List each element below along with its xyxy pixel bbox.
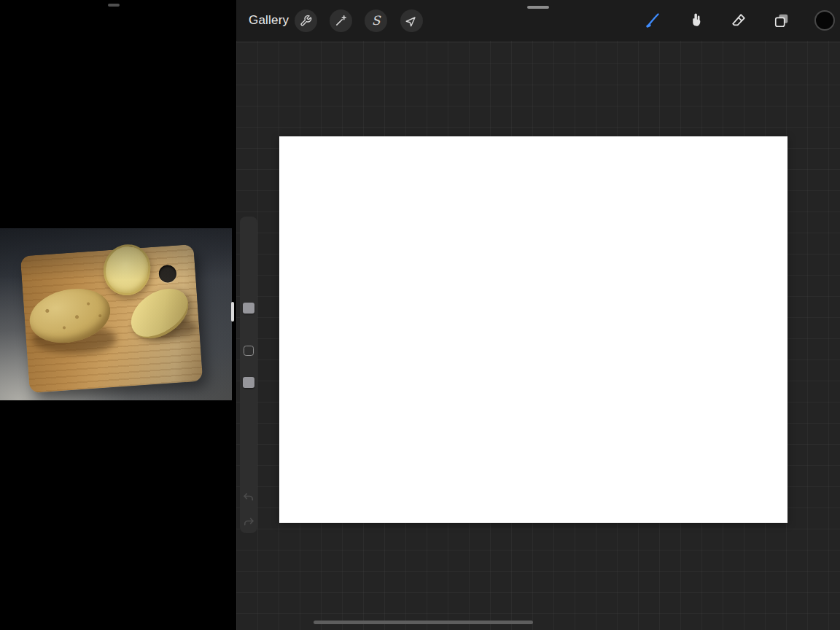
- actions-button[interactable]: [295, 9, 317, 32]
- erase-tool-button[interactable]: [728, 9, 750, 31]
- redo-icon[interactable]: [242, 516, 255, 529]
- screen: Gallery S: [0, 0, 840, 630]
- home-indicator[interactable]: [314, 621, 533, 624]
- selection-s-icon: S: [372, 15, 381, 27]
- adjustments-button[interactable]: [330, 9, 352, 32]
- gallery-button[interactable]: Gallery: [249, 13, 289, 28]
- selection-button[interactable]: S: [365, 9, 387, 32]
- brush-icon: [644, 12, 661, 29]
- magic-wand-icon: [335, 15, 347, 27]
- brush-size-slider-handle[interactable]: [243, 303, 254, 314]
- transform-button[interactable]: [400, 9, 423, 32]
- photo-lighting-overlay: [0, 228, 232, 400]
- layers-button[interactable]: [771, 9, 793, 31]
- eraser-icon: [731, 12, 747, 28]
- topbar: Gallery S: [236, 0, 840, 41]
- potato-reference-photo: [0, 228, 232, 400]
- left-app-drag-handle[interactable]: [108, 4, 120, 7]
- smudge-tool-button[interactable]: [685, 9, 707, 31]
- procreate-window: Gallery S: [236, 0, 840, 630]
- left-split-app: [0, 0, 236, 630]
- modify-button[interactable]: [244, 346, 254, 356]
- opacity-slider-handle[interactable]: [243, 377, 254, 388]
- smudge-finger-icon: [688, 12, 704, 28]
- color-swatch-button[interactable]: [814, 10, 835, 31]
- transform-arrow-icon: [405, 15, 418, 27]
- paint-tool-button[interactable]: [642, 9, 664, 31]
- split-divider-handle[interactable]: [231, 302, 234, 322]
- drawing-canvas[interactable]: [279, 136, 788, 523]
- right-app-drag-handle[interactable]: [527, 6, 549, 9]
- undo-icon[interactable]: [242, 491, 255, 504]
- layers-icon: [774, 12, 790, 28]
- tool-sidebar: [240, 217, 257, 533]
- wrench-icon: [300, 15, 312, 27]
